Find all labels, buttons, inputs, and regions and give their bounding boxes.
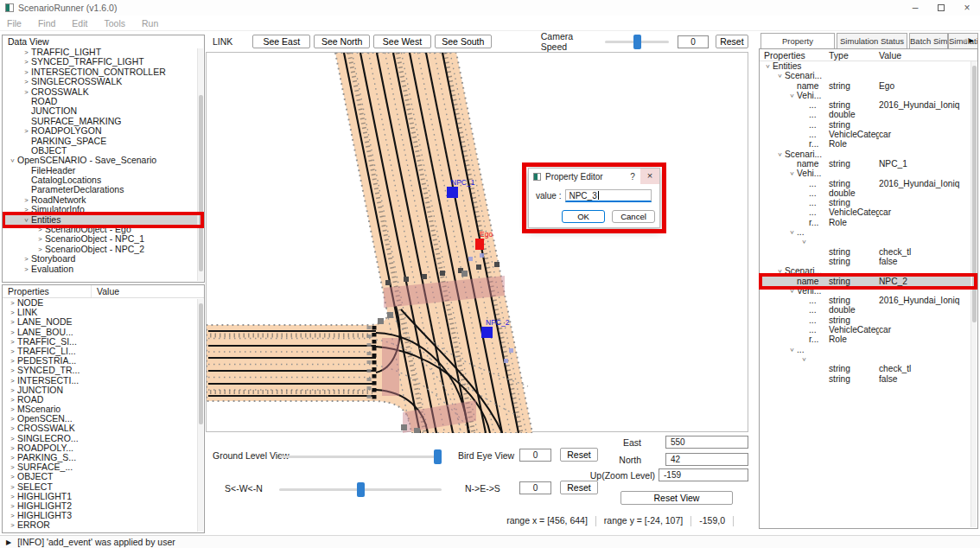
chevron-icon[interactable]: > [799, 237, 809, 246]
chevron-icon[interactable]: > [8, 328, 17, 337]
chevron-icon[interactable]: > [799, 354, 809, 364]
rotation-reset-button[interactable]: Reset [560, 481, 598, 494]
property-row[interactable]: ... VehicleCategory car [760, 130, 977, 139]
tree-item[interactable]: > OBJECT [3, 472, 204, 481]
ground-level-slider[interactable] [279, 456, 442, 458]
map-marker-Ego[interactable]: Ego [475, 239, 484, 250]
property-row[interactable]: name string NPC_1 [760, 159, 977, 169]
chevron-icon[interactable]: > [8, 453, 17, 462]
chevron-icon[interactable]: > [787, 91, 797, 100]
tree-item[interactable]: > OpenSCENARIO - Save_Scenario [3, 156, 204, 165]
property-row[interactable]: ... double [760, 110, 977, 119]
chevron-icon[interactable]: > [8, 308, 17, 317]
chevron-icon[interactable]: > [8, 337, 17, 347]
chevron-icon[interactable]: > [8, 347, 17, 356]
left-properties-scrollbar[interactable] [197, 299, 203, 532]
chevron-icon[interactable]: > [8, 424, 17, 433]
east-value[interactable]: 550 [665, 436, 748, 449]
property-row[interactable]: ... string [760, 120, 977, 130]
menu-item[interactable]: Tools [104, 18, 125, 29]
chevron-icon[interactable]: > [8, 386, 17, 395]
tree-item[interactable]: > Evaluation [3, 264, 204, 274]
chevron-icon[interactable]: > [787, 169, 797, 178]
property-row[interactable]: ... string [760, 198, 977, 207]
north-value[interactable]: 42 [665, 453, 748, 466]
property-row[interactable]: string check_tl [760, 247, 977, 257]
see-south-button[interactable]: See South [435, 35, 492, 48]
chevron-icon[interactable]: > [22, 126, 31, 136]
maximize-icon[interactable] [928, 0, 954, 16]
chevron-icon[interactable]: > [8, 298, 17, 308]
property-row[interactable]: > [760, 237, 977, 246]
property-row[interactable]: > Scenari... [760, 71, 977, 80]
bird-eye-value[interactable]: 0 [519, 449, 551, 462]
menu-item[interactable]: Find [38, 18, 55, 29]
property-row[interactable]: ... double [760, 188, 977, 198]
property-row[interactable]: ... VehicleCategory car [760, 325, 977, 335]
property-tree-scrollbar[interactable] [970, 61, 977, 527]
see-east-button[interactable]: See East [252, 35, 310, 48]
property-row[interactable]: ... double [760, 305, 977, 315]
see-west-button[interactable]: See West [373, 35, 431, 48]
map-marker-NPC_1[interactable]: NPC_1 [447, 187, 458, 198]
chevron-icon[interactable]: > [8, 472, 17, 481]
menu-item[interactable]: File [7, 18, 22, 29]
property-row[interactable]: > Scenari... [760, 266, 977, 276]
cancel-button[interactable]: Cancel [612, 210, 655, 223]
camera-speed-reset-button[interactable]: Reset [716, 35, 748, 48]
property-row[interactable]: > ... [760, 227, 977, 237]
chevron-icon[interactable]: > [22, 48, 31, 57]
chevron-icon[interactable]: > [22, 264, 31, 274]
property-row[interactable]: name string Ego [760, 81, 977, 91]
property-row[interactable]: > Vehi... [760, 91, 977, 100]
data-view-scrollbar[interactable] [197, 48, 203, 281]
chevron-icon[interactable]: > [22, 77, 31, 86]
chevron-icon[interactable]: > [787, 227, 797, 237]
camera-speed-slider[interactable] [605, 41, 669, 43]
chevron-icon[interactable]: > [22, 67, 31, 77]
chevron-icon[interactable]: > [775, 266, 785, 276]
chevron-icon[interactable]: > [22, 215, 31, 225]
tree-item[interactable]: > ROADPOLYGON [3, 126, 204, 136]
property-row[interactable]: > [760, 354, 977, 364]
chevron-icon[interactable]: > [8, 356, 17, 366]
right-panel-tab[interactable]: Simulation Status [837, 33, 907, 48]
chevron-icon[interactable]: > [775, 150, 785, 159]
chevron-icon[interactable]: > [8, 482, 17, 492]
property-row[interactable]: r... Role [760, 218, 977, 227]
ok-button[interactable]: OK [562, 210, 605, 223]
camera-speed-value[interactable]: 0 [678, 35, 708, 48]
chevron-icon[interactable]: > [35, 234, 45, 244]
property-row[interactable]: > Vehi... [760, 286, 977, 296]
tab-scroll-right-icon[interactable]: ▶ [968, 37, 975, 44]
minimize-icon[interactable]: – [902, 0, 928, 16]
property-row[interactable]: ... VehicleCategory car [760, 207, 977, 217]
chevron-icon[interactable]: > [8, 366, 17, 375]
chevron-icon[interactable]: > [8, 511, 17, 520]
tree-item[interactable]: > Storyboard [3, 254, 204, 264]
rotation-slider[interactable] [279, 488, 442, 491]
chevron-icon[interactable]: > [8, 492, 17, 501]
property-row[interactable]: > Scenari... [760, 150, 977, 159]
property-row[interactable]: string false [760, 257, 977, 266]
help-icon[interactable]: ? [625, 172, 640, 182]
chevron-icon[interactable]: > [22, 57, 31, 67]
chevron-icon[interactable]: > [8, 405, 17, 414]
menu-item[interactable]: Run [142, 18, 158, 29]
tree-item[interactable]: > ERROR [3, 520, 204, 530]
tree-item[interactable]: > SINGLECROSSWALK [3, 77, 204, 86]
chevron-icon[interactable]: > [8, 443, 17, 453]
rotation-value[interactable]: 0 [519, 481, 551, 494]
chevron-icon[interactable]: > [22, 195, 31, 205]
tree-item[interactable]: > SYNCED_TR... [3, 366, 204, 375]
property-row[interactable]: > Entities [760, 61, 977, 71]
property-row[interactable]: > Vehi... [760, 169, 977, 178]
reset-view-button[interactable]: Reset View [620, 491, 733, 505]
chevron-icon[interactable]: > [775, 71, 785, 80]
property-row[interactable]: ... string [760, 315, 977, 325]
close-icon[interactable]: × [954, 0, 980, 16]
chevron-icon[interactable]: > [22, 87, 31, 97]
property-row[interactable]: ... string 2016_Hyundai_Ioniq [760, 179, 977, 188]
map-viewport[interactable]: NPC_1EgoNPC_2 Property Editor ? × value … [206, 52, 748, 432]
chevron-icon[interactable]: > [8, 520, 17, 530]
